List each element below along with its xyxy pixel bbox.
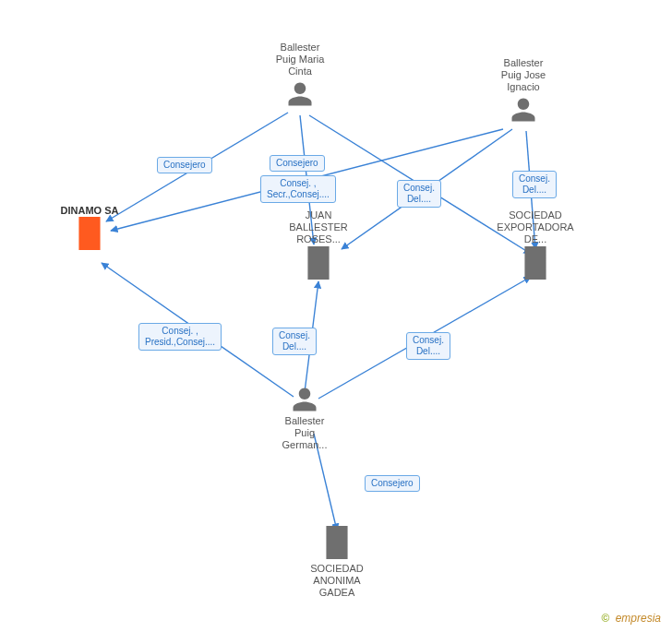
building-icon — [75, 217, 104, 250]
watermark: © empresia — [601, 612, 661, 625]
node-label: BallesterPuigGerman... — [263, 415, 346, 452]
node-person-german[interactable]: BallesterPuigGerman... — [263, 386, 346, 454]
node-label: SOCIEDADEXPORTADORADE... — [494, 209, 577, 246]
edge-label[interactable]: Consej.Del.... — [512, 171, 557, 198]
edge-label[interactable]: Consej. ,Presid.,Consej.... — [138, 323, 222, 351]
node-company-gadea[interactable]: SOCIEDADANONIMAGADEA — [295, 526, 378, 600]
node-company-juan[interactable]: JUANBALLESTERROSES... — [277, 208, 360, 281]
building-icon — [322, 526, 352, 559]
building-icon — [304, 246, 333, 280]
person-icon — [286, 80, 314, 108]
node-label: DINAMO SA — [48, 205, 131, 217]
edge-label[interactable]: Consej. ,Secr.,Consej.... — [260, 175, 336, 203]
person-icon — [510, 96, 537, 124]
edge-label[interactable]: Consej.Del.... — [397, 180, 441, 208]
node-label: JUANBALLESTERROSES... — [277, 209, 360, 246]
edge-label[interactable]: Consejero — [157, 157, 212, 173]
edge-label[interactable]: Consej.Del.... — [272, 328, 317, 355]
edge-label[interactable]: Consej.Del.... — [406, 332, 450, 360]
copyright-symbol: © — [601, 612, 609, 625]
edge-label[interactable]: Consejero — [365, 475, 420, 492]
building-icon — [521, 246, 550, 280]
node-person-jose[interactable]: BallesterPuig JoseIgnacio — [482, 57, 565, 125]
node-label: BallesterPuig JoseIgnacio — [482, 57, 565, 94]
diagram-canvas: BallesterPuig MariaCinta BallesterPuig J… — [0, 0, 672, 632]
node-person-cinta[interactable]: BallesterPuig MariaCinta — [258, 42, 342, 110]
node-label: BallesterPuig MariaCinta — [258, 42, 342, 78]
node-label: SOCIEDADANONIMAGADEA — [295, 563, 378, 600]
node-company-dinamo[interactable]: DINAMO SA — [48, 203, 131, 252]
node-company-export[interactable]: SOCIEDADEXPORTADORADE... — [494, 208, 577, 281]
edge-label[interactable]: Consejero — [270, 155, 325, 172]
watermark-brand: empresia — [616, 612, 661, 625]
person-icon — [291, 386, 318, 413]
